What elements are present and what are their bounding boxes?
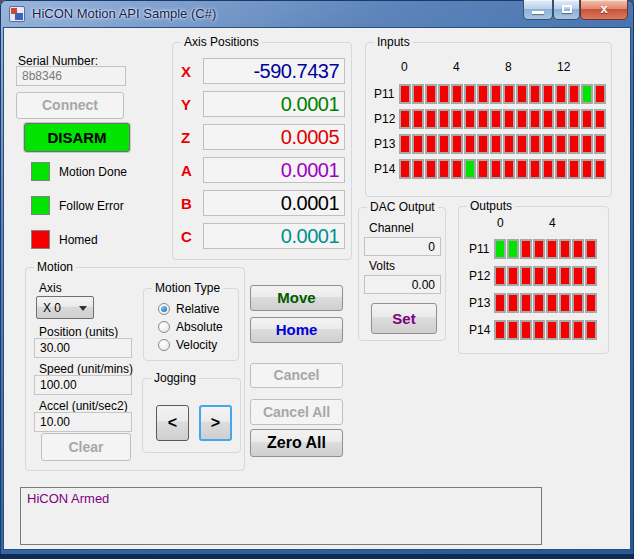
indicator-cell bbox=[585, 266, 597, 286]
indicator-cell bbox=[477, 109, 489, 129]
indicator-cell bbox=[555, 134, 567, 154]
indicator-cell bbox=[568, 134, 580, 154]
indicator-cell bbox=[438, 109, 450, 129]
port-label: P12 bbox=[469, 269, 494, 283]
dac-volts-label: Volts bbox=[369, 259, 395, 273]
indicator-cell bbox=[546, 239, 558, 259]
indicator-cell bbox=[399, 159, 411, 179]
indicator-cell bbox=[425, 109, 437, 129]
axis-value-display: 0.0001 bbox=[203, 91, 345, 117]
dac-channel-label: Channel bbox=[369, 221, 414, 235]
indicator-cell bbox=[542, 159, 554, 179]
inputs-port-rows: P11P12P13P14 bbox=[374, 84, 607, 184]
minimize-icon bbox=[532, 11, 544, 14]
outputs-title: Outputs bbox=[467, 199, 515, 213]
status-row: Motion Done bbox=[31, 162, 127, 181]
indicator-cell bbox=[412, 134, 424, 154]
axis-name-label: A bbox=[181, 162, 203, 179]
dac-channel-field[interactable]: 0 bbox=[364, 237, 441, 256]
title-bar[interactable]: HiCON Motion API Sample (C#) x bbox=[0, 0, 634, 28]
serial-number-field[interactable]: 8b8346 bbox=[16, 66, 126, 86]
indicator-cell bbox=[451, 109, 463, 129]
port-label: P11 bbox=[374, 87, 399, 101]
axis-row: A0.0001 bbox=[181, 157, 345, 183]
cancel-all-button[interactable]: Cancel All bbox=[250, 399, 343, 425]
indicator-cell bbox=[412, 84, 424, 104]
status-row: Homed bbox=[31, 230, 127, 249]
indicator-cell bbox=[412, 109, 424, 129]
jogging-title: Jogging bbox=[151, 371, 199, 385]
indicator-cell bbox=[529, 84, 541, 104]
port-label: P13 bbox=[469, 296, 494, 310]
axis-row: Y0.0001 bbox=[181, 91, 345, 117]
indicator-cell bbox=[425, 134, 437, 154]
motion-type-option[interactable]: Velocity bbox=[158, 338, 223, 352]
speed-field[interactable]: 100.00 bbox=[34, 375, 132, 395]
speed-label: Speed (unit/mins) bbox=[39, 362, 133, 376]
port-row: P14 bbox=[469, 320, 598, 340]
indicator-cell bbox=[533, 239, 545, 259]
disarm-button[interactable]: DISARM bbox=[24, 123, 130, 152]
indicator-cell bbox=[494, 239, 506, 259]
maximize-button[interactable] bbox=[553, 0, 580, 20]
window-bottom-border bbox=[0, 554, 634, 559]
indicator-cell bbox=[503, 159, 515, 179]
indicator-cell bbox=[464, 109, 476, 129]
indicator-cell bbox=[546, 293, 558, 313]
indicator-cell bbox=[529, 134, 541, 154]
accel-field[interactable]: 10.00 bbox=[34, 412, 132, 432]
indicator-cell bbox=[594, 109, 606, 129]
zero-all-button[interactable]: Zero All bbox=[250, 429, 343, 457]
dac-volts-field[interactable]: 0.00 bbox=[364, 275, 441, 294]
move-button[interactable]: Move bbox=[250, 285, 343, 311]
clear-button[interactable]: Clear bbox=[41, 433, 131, 461]
axis-label: Axis bbox=[39, 281, 62, 295]
status-label: Follow Error bbox=[59, 199, 124, 213]
axis-positions-group: Axis Positions X-590.7437Y0.0001Z0.0005A… bbox=[172, 42, 352, 260]
app-icon bbox=[9, 6, 25, 22]
close-button[interactable]: x bbox=[580, 0, 628, 20]
axis-value-display: 0.0005 bbox=[203, 124, 345, 150]
port-label: P11 bbox=[469, 242, 494, 256]
indicator-cell bbox=[507, 266, 519, 286]
axis-value-display: 0.0001 bbox=[203, 223, 345, 249]
position-field[interactable]: 30.00 bbox=[34, 338, 132, 358]
indicator-cell bbox=[464, 84, 476, 104]
axis-select[interactable]: X 0 bbox=[36, 296, 94, 319]
scale-label: 4 bbox=[549, 216, 556, 230]
motion-type-group: Motion Type RelativeAbsoluteVelocity bbox=[143, 288, 239, 361]
inputs-title: Inputs bbox=[374, 35, 413, 49]
motion-type-option[interactable]: Relative bbox=[158, 302, 223, 316]
minimize-button[interactable] bbox=[523, 0, 553, 20]
motion-type-option[interactable]: Absolute bbox=[158, 320, 223, 334]
axis-name-label: Z bbox=[181, 129, 203, 146]
scale-label: 0 bbox=[401, 60, 408, 74]
axis-row: X-590.7437 bbox=[181, 58, 345, 84]
indicator-cell bbox=[399, 84, 411, 104]
motion-type-title: Motion Type bbox=[152, 281, 223, 295]
axis-value-display: 0.0001 bbox=[203, 157, 345, 183]
port-row: P14 bbox=[374, 159, 607, 179]
indicator-cell bbox=[451, 84, 463, 104]
set-button[interactable]: Set bbox=[371, 303, 437, 334]
port-label: P13 bbox=[374, 137, 399, 151]
message-log[interactable]: HiCON Armed bbox=[20, 487, 542, 545]
indicator-cell bbox=[555, 109, 567, 129]
message-log-text: HiCON Armed bbox=[27, 491, 109, 506]
indicator-cell bbox=[533, 293, 545, 313]
jog-right-button[interactable]: > bbox=[199, 405, 232, 441]
jog-left-button[interactable]: < bbox=[156, 405, 189, 441]
radio-button-icon[interactable] bbox=[158, 303, 170, 315]
indicator-cell bbox=[494, 266, 506, 286]
radio-button-icon[interactable] bbox=[158, 339, 170, 351]
home-button[interactable]: Home bbox=[250, 317, 343, 343]
indicator-cell bbox=[503, 134, 515, 154]
outputs-port-rows: P11P12P13P14 bbox=[469, 239, 598, 347]
cancel-button[interactable]: Cancel bbox=[250, 363, 343, 388]
indicator-cell bbox=[451, 159, 463, 179]
radio-button-icon[interactable] bbox=[158, 321, 170, 333]
indicator-cell bbox=[542, 109, 554, 129]
indicator-cell bbox=[594, 84, 606, 104]
connect-button[interactable]: Connect bbox=[16, 92, 124, 119]
indicator-cell bbox=[438, 159, 450, 179]
